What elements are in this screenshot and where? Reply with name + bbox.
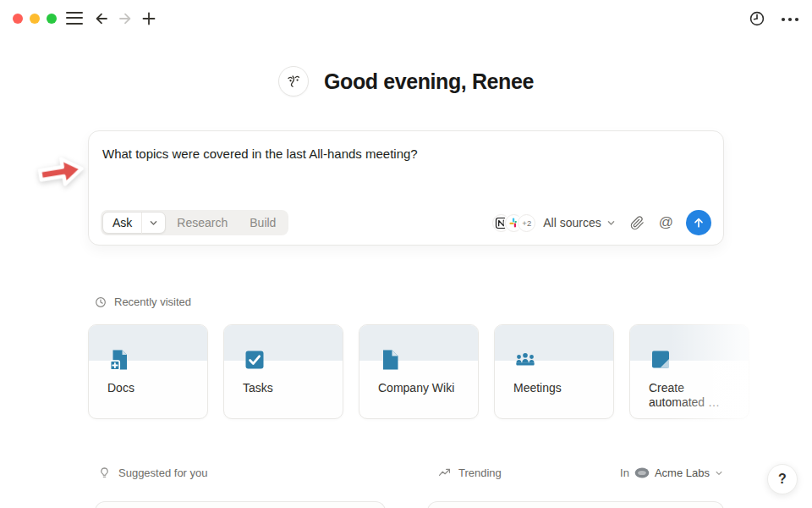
mode-ask[interactable]: Ask	[102, 212, 166, 234]
workspace-logo-icon	[634, 467, 650, 478]
chevron-down-icon[interactable]	[142, 218, 165, 228]
attach-file-icon[interactable]	[630, 216, 645, 230]
ai-face-avatar	[278, 66, 309, 97]
card-create-automated[interactable]: Create automated …	[629, 324, 749, 419]
close-window-button[interactable]	[13, 14, 23, 24]
all-sources-selector[interactable]: All sources	[543, 216, 615, 229]
suggested-for-you-label: Suggested for you	[118, 467, 208, 479]
greeting-header: Good evening, Renee	[0, 66, 812, 97]
source-chips[interactable]: +2	[492, 214, 535, 232]
ai-composer: What topics were covered in the last All…	[88, 130, 724, 246]
history-clock-icon[interactable]	[749, 10, 765, 27]
suggested-card-partial[interactable]	[95, 501, 386, 508]
trending-card-partial[interactable]	[427, 501, 724, 508]
ai-face-icon	[284, 72, 303, 91]
mode-ask-label[interactable]: Ask	[103, 216, 141, 229]
recently-visited-cards: Docs Tasks Company Wiki	[88, 324, 749, 419]
trending-icon	[438, 467, 451, 479]
extra-sources-count: +2	[522, 218, 531, 228]
minimize-window-button[interactable]	[30, 14, 40, 24]
mention-glyph: @	[659, 214, 673, 231]
card-company-wiki[interactable]: Company Wiki	[359, 324, 479, 419]
mode-research[interactable]: Research	[166, 216, 239, 229]
recently-visited-label: Recently visited	[114, 295, 191, 308]
help-button[interactable]: ?	[767, 464, 798, 494]
new-tab-icon[interactable]	[140, 10, 157, 27]
chevron-down-icon	[606, 218, 616, 228]
card-label: Docs	[107, 381, 190, 395]
trending-header: Trending	[438, 467, 502, 479]
prompt-input[interactable]: What topics were covered in the last All…	[102, 146, 710, 161]
chevron-down-icon[interactable]	[715, 469, 723, 478]
menu-icon[interactable]	[66, 12, 83, 25]
send-button[interactable]	[686, 210, 711, 235]
zoom-window-button[interactable]	[47, 14, 57, 24]
template-icon	[649, 348, 672, 372]
card-label: Meetings	[513, 381, 596, 395]
all-sources-label: All sources	[543, 216, 601, 229]
arrow-up-icon	[692, 216, 705, 229]
more-options-icon[interactable]	[780, 10, 797, 27]
page-icon	[378, 348, 402, 372]
mention-icon[interactable]: @	[659, 214, 673, 231]
composer-actions: +2 All sources @	[492, 210, 711, 235]
red-arrow-annotation	[32, 148, 91, 198]
lightbulb-icon	[98, 467, 111, 479]
forward-icon[interactable]	[117, 10, 134, 27]
people-icon	[513, 348, 537, 372]
toolbar	[0, 0, 812, 37]
card-label: Create automated …	[649, 381, 732, 410]
workspace-prefix: In	[620, 467, 629, 479]
composer-toolbar: Ask Research Build	[101, 210, 711, 235]
task-check-icon	[243, 348, 266, 372]
mode-build[interactable]: Build	[239, 216, 287, 229]
workspace-selector[interactable]: In Acme Labs	[620, 467, 723, 479]
mode-switcher: Ask Research Build	[101, 210, 288, 235]
doc-plus-icon	[107, 348, 131, 372]
trending-label: Trending	[458, 467, 502, 479]
workspace-name: Acme Labs	[655, 467, 710, 479]
card-meetings[interactable]: Meetings	[494, 324, 614, 419]
card-label: Tasks	[243, 381, 326, 395]
card-tasks[interactable]: Tasks	[223, 324, 343, 419]
clock-icon	[95, 296, 107, 308]
card-label: Company Wiki	[378, 381, 461, 395]
card-docs[interactable]: Docs	[88, 324, 208, 419]
recently-visited-header: Recently visited	[95, 295, 191, 308]
suggested-for-you-header: Suggested for you	[98, 467, 208, 479]
app-window: Good evening, Renee What topics were cov…	[0, 0, 812, 508]
back-icon[interactable]	[93, 10, 110, 27]
page-title: Good evening, Renee	[324, 69, 534, 94]
extra-sources-badge[interactable]: +2	[518, 214, 535, 232]
